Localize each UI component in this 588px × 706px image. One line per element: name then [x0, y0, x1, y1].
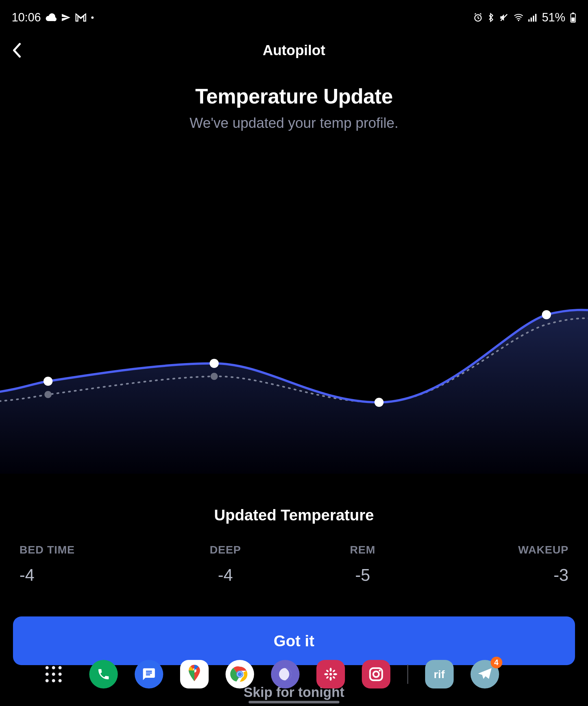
svg-point-16 [329, 668, 331, 672]
navigation-bar: rif 4 [0, 652, 588, 697]
svg-point-2 [518, 20, 519, 21]
updated-temperature-title: Updated Temperature [0, 506, 588, 524]
svg-rect-8 [572, 13, 574, 14]
maps-app-icon[interactable] [180, 660, 209, 689]
chart-marker [210, 359, 219, 368]
temp-value: -4 [19, 565, 34, 585]
page-subtitle: We've updated your temp profile. [0, 115, 588, 131]
chart-area [0, 310, 588, 474]
svg-point-13 [238, 672, 242, 676]
signal-icon [528, 13, 537, 22]
temp-col-rem: REM -5 [294, 543, 431, 585]
svg-point-25 [373, 671, 379, 677]
svg-point-20 [326, 669, 329, 673]
temp-label: REM [350, 543, 376, 556]
page-titles: Temperature Update We've updated your te… [0, 84, 588, 131]
battery-icon [570, 12, 576, 23]
notification-badge: 4 [491, 657, 502, 668]
status-right: 51% [473, 11, 576, 24]
send-icon [61, 13, 71, 23]
back-button[interactable] [7, 41, 27, 60]
svg-point-19 [333, 673, 337, 675]
temp-value: -3 [554, 565, 569, 585]
temp-col-bedtime: BED TIME -4 [19, 543, 157, 585]
svg-point-22 [332, 669, 336, 673]
chrome-app-icon[interactable] [226, 660, 254, 689]
temperature-chart [0, 182, 588, 474]
svg-point-21 [332, 676, 336, 679]
svg-point-23 [326, 676, 329, 679]
messages-app-icon[interactable] [135, 660, 163, 689]
svg-rect-6 [535, 14, 537, 22]
temp-label: DEEP [210, 543, 241, 556]
updated-temperature-section: Updated Temperature BED TIME -4 DEEP -4 … [0, 506, 588, 585]
home-indicator[interactable] [248, 701, 340, 703]
temp-col-deep: DEEP -4 [157, 543, 294, 585]
chevron-left-icon [12, 43, 22, 58]
status-left: 10:06 • [12, 11, 94, 24]
svg-rect-3 [528, 19, 530, 22]
wifi-icon [513, 13, 524, 22]
app-drawer-button[interactable] [45, 666, 62, 682]
svg-point-26 [379, 670, 381, 672]
nav-divider [407, 664, 408, 684]
yelp-app-icon[interactable] [316, 660, 345, 689]
alarm-icon [473, 13, 483, 23]
chart-marker [43, 377, 52, 386]
temp-label: BED TIME [19, 543, 75, 556]
telegram-app-icon[interactable]: 4 [471, 660, 499, 689]
svg-rect-9 [572, 17, 575, 22]
svg-point-15 [329, 673, 332, 675]
instagram-app-icon[interactable] [362, 660, 390, 689]
chart-marker-prev [210, 373, 218, 380]
app-header: Autopilot [0, 29, 588, 71]
temp-value: -5 [355, 565, 370, 585]
status-bar: 10:06 • 51% [0, 0, 588, 29]
svg-rect-5 [533, 15, 534, 22]
svg-rect-4 [531, 17, 532, 22]
temp-col-wakeup: WAKEUP -3 [431, 543, 569, 585]
chart-marker [542, 310, 551, 319]
bluetooth-icon [487, 12, 495, 23]
temp-value: -4 [218, 565, 233, 585]
svg-point-17 [329, 677, 331, 681]
temperature-columns: BED TIME -4 DEEP -4 REM -5 WAKEUP -3 [0, 543, 588, 585]
samsung-internet-app-icon[interactable] [271, 660, 300, 689]
screen-title: Autopilot [263, 42, 325, 58]
battery-text: 51% [542, 11, 565, 24]
rif-app-icon[interactable]: rif [425, 660, 454, 689]
clock: 10:06 [12, 11, 41, 24]
svg-point-18 [324, 673, 328, 675]
chart-marker [375, 398, 384, 407]
page-title: Temperature Update [0, 84, 588, 108]
temp-label: WAKEUP [518, 543, 569, 556]
gmail-icon [75, 13, 86, 22]
chart-marker-prev [44, 391, 51, 398]
mute-icon [499, 13, 509, 23]
cloud-icon [45, 13, 56, 22]
phone-app-icon[interactable] [89, 660, 118, 689]
